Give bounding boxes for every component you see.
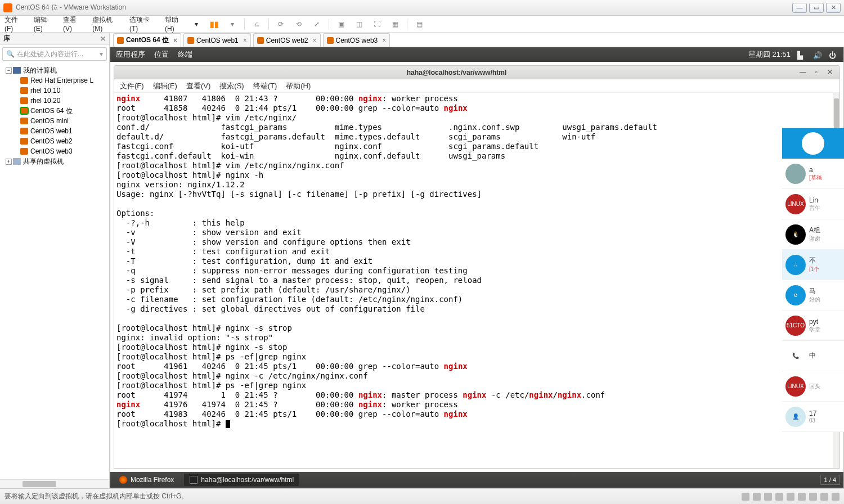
status-icon[interactable]	[798, 493, 806, 501]
menu-edit[interactable]: 编辑(E)	[34, 15, 55, 33]
search-dropdown-icon[interactable]: ▾	[100, 50, 103, 58]
network-icon[interactable]: ▙	[797, 51, 806, 58]
vm-tab[interactable]: CentOS web3×	[323, 33, 390, 47]
menu-view[interactable]: 查看(V)	[63, 15, 84, 33]
search-icon: 🔍	[6, 50, 15, 58]
app-menubar: 文件(F) 编辑(E) 查看(V) 虚拟机(M) 选项卡(T) 帮助(H) ▾	[0, 16, 203, 33]
tab-close-icon[interactable]: ×	[243, 37, 247, 44]
chat-name: A组	[809, 226, 820, 235]
library-close-icon[interactable]: ✕	[100, 35, 106, 43]
vm-tabbar: CentOS 64 位×CentOS web1×CentOS web2×Cent…	[110, 33, 844, 47]
tree-item[interactable]: Red Hat Enterprise L	[1, 75, 108, 86]
term-menu-view[interactable]: 查看(V)	[186, 81, 210, 91]
computer-icon	[13, 67, 21, 74]
maximize-button[interactable]: ▭	[809, 3, 824, 13]
terminal-close-button[interactable]: ✕	[825, 68, 835, 77]
tree-item[interactable]: CentOS web3	[1, 146, 108, 156]
term-menu-help[interactable]: 帮助(H)	[286, 81, 311, 91]
chat-avatar: LINUX	[785, 376, 806, 397]
view-unity-icon[interactable]: ◫	[352, 18, 366, 30]
status-icon[interactable]	[809, 493, 817, 501]
vm-tab[interactable]: CentOS web1×	[183, 33, 251, 47]
taskbar-item-terminal[interactable]: haha@localhost:/var/www/html	[184, 474, 299, 486]
tab-close-icon[interactable]: ×	[173, 37, 177, 44]
play-dropdown-icon[interactable]: ▾	[225, 18, 240, 30]
sidebar-h-scrollbar[interactable]	[0, 479, 109, 488]
tree-item[interactable]: CentOS 64 位	[1, 106, 108, 116]
chat-item[interactable]: 51CTOpyt学堂	[782, 310, 844, 341]
vm-icon	[257, 37, 264, 44]
gnome-places-menu[interactable]: 位置	[154, 50, 169, 60]
workspace-pager[interactable]: 1 / 4	[820, 475, 840, 485]
vm-tab[interactable]: CentOS 64 位×	[113, 33, 181, 47]
chat-item[interactable]: ⛬不[1个	[782, 250, 844, 280]
chat-item[interactable]: a[草稿	[782, 159, 844, 189]
status-text: 要将输入定向到该虚拟机，请在虚拟机内部单击或按 Ctrl+G。	[5, 492, 188, 501]
chat-item[interactable]: LINUXLin言午	[782, 189, 844, 219]
tree-item[interactable]: CentOS web1	[1, 126, 108, 136]
term-menu-file[interactable]: 文件(F)	[120, 81, 144, 91]
chat-item[interactable]: e马好的	[782, 280, 844, 310]
pause-button[interactable]: ▮▮	[207, 18, 222, 30]
term-menu-terminal[interactable]: 终端(T)	[253, 81, 277, 91]
status-icon[interactable]	[764, 493, 772, 501]
vm-tab[interactable]: CentOS web2×	[253, 33, 321, 47]
minimize-button[interactable]: —	[792, 3, 807, 13]
status-icon[interactable]	[742, 493, 749, 501]
tree-item[interactable]: rhel 10.20	[1, 96, 108, 106]
chat-subtitle: 好的	[809, 296, 820, 304]
snapshot-button[interactable]: ⎌	[249, 18, 264, 30]
chat-item[interactable]: 🐧A组谢谢	[782, 219, 844, 250]
tree-shared-root[interactable]: +共享的虚拟机	[1, 156, 108, 166]
gnome-clock[interactable]: 星期四 21:51	[748, 50, 791, 60]
view-thumb-icon[interactable]: ▦	[388, 18, 402, 30]
tree-item[interactable]: CentOS mini	[1, 116, 108, 126]
chat-dock-header[interactable]	[782, 128, 844, 159]
tool2-icon[interactable]: ⟲	[291, 18, 306, 30]
terminal-minimize-button[interactable]: —	[798, 68, 808, 77]
menu-file[interactable]: 文件(F)	[5, 15, 26, 33]
term-menu-edit[interactable]: 编辑(E)	[153, 81, 177, 91]
chat-item[interactable]: 👤1703	[782, 402, 844, 432]
tree-item-label: CentOS mini	[30, 117, 69, 125]
tool3-icon[interactable]: ⤢	[309, 18, 324, 30]
chat-item[interactable]: 📞中	[782, 341, 844, 371]
tree-item[interactable]: CentOS web2	[1, 136, 108, 146]
terminal-body[interactable]: nginx 41807 41806 0 21:43 ? 00:00:00 ngi…	[114, 93, 839, 468]
status-icon[interactable]	[787, 493, 794, 501]
vm-icon	[187, 37, 194, 44]
status-icon[interactable]	[753, 493, 761, 501]
gnome-apps-menu[interactable]: 应用程序	[116, 50, 145, 60]
term-menu-search[interactable]: 搜索(S)	[219, 81, 244, 91]
chat-avatar: 📞	[785, 346, 806, 366]
library-toggle-icon[interactable]: ▤	[412, 18, 427, 30]
close-button[interactable]: ✕	[826, 3, 841, 13]
menu-vm[interactable]: 虚拟机(M)	[92, 15, 122, 33]
expand-icon[interactable]: −	[6, 68, 12, 74]
app-toolbar: ▮▮ ▾ ⎌ ⟳ ⟲ ⤢ ▣ ◫ ⛶ ▦ ▤	[203, 16, 844, 33]
tree-root-label[interactable]: 我的计算机	[23, 66, 57, 75]
tree-item[interactable]: rhel 10.10	[1, 86, 108, 96]
status-icon[interactable]	[832, 493, 839, 501]
menu-help[interactable]: 帮助(H)	[165, 15, 187, 33]
gnome-terminal-menu[interactable]: 终端	[178, 50, 192, 60]
expand-icon[interactable]: +	[6, 159, 12, 165]
power-icon[interactable]: ⏻	[829, 51, 838, 58]
view-console-icon[interactable]: ▣	[334, 18, 348, 30]
menu-tabs[interactable]: 选项卡(T)	[129, 15, 157, 33]
view-fullscreen-icon[interactable]: ⛶	[370, 18, 384, 30]
tab-close-icon[interactable]: ×	[313, 37, 317, 44]
chat-item[interactable]: LINUX回头	[782, 371, 844, 402]
menu-dropdown-icon[interactable]: ▾	[195, 20, 198, 28]
chat-name: 17	[809, 410, 816, 417]
taskbar-item-firefox[interactable]: Mozilla Firefox	[114, 474, 179, 486]
tab-close-icon[interactable]: ×	[382, 37, 386, 44]
library-search-input[interactable]: 🔍 在此处键入内容进行... ▾	[2, 47, 107, 61]
volume-icon[interactable]: 🔊	[813, 51, 822, 58]
vm-icon	[20, 138, 28, 145]
guest-desktop: 应用程序 位置 终端 星期四 21:51 ▙ 🔊 ⏻ haha@localhos…	[110, 47, 844, 488]
status-icon[interactable]	[820, 493, 828, 501]
terminal-maximize-button[interactable]: ▫	[811, 68, 821, 77]
status-icon[interactable]	[775, 493, 783, 501]
tool1-icon[interactable]: ⟳	[273, 18, 288, 30]
